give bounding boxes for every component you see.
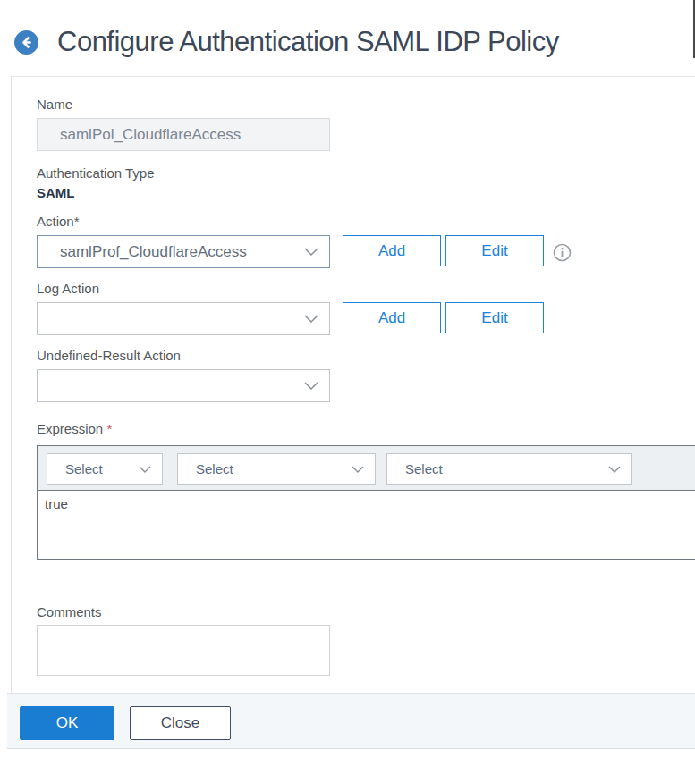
expression-select-3[interactable]: Select [386,453,632,485]
expression-label: Expression * [37,421,112,436]
chevron-down-icon [304,248,318,256]
page-title: Configure Authentication SAML IDP Policy [57,26,559,58]
comments-input[interactable] [37,625,330,676]
required-asterisk: * [106,421,112,436]
close-button[interactable]: Close [130,706,231,740]
authentication-type-value: SAML [37,185,75,200]
expression-select-2-value: Select [178,461,352,476]
log-action-edit-button[interactable]: Edit [445,302,544,333]
expression-select-1-value: Select [47,461,139,476]
chevron-down-icon [304,382,318,390]
back-button[interactable] [14,30,38,55]
log-action-select[interactable] [37,302,330,335]
undefined-result-action-label: Undefined-Result Action [37,348,181,363]
action-select-value: samlProf_CloudflareAccess [38,243,304,261]
undefined-result-action-select[interactable] [37,369,330,402]
chevron-down-icon [304,315,318,323]
name-input[interactable] [37,118,330,151]
action-edit-button[interactable]: Edit [445,235,544,266]
dialog-header: Configure Authentication SAML IDP Policy [0,0,695,76]
chevron-down-icon [352,466,364,473]
ok-button[interactable]: OK [20,706,114,740]
expression-select-2[interactable]: Select [177,453,376,485]
action-select[interactable]: samlProf_CloudflareAccess [37,235,330,268]
expression-label-text: Expression [37,421,103,436]
name-label: Name [37,97,72,112]
expression-input[interactable]: true [38,491,695,559]
log-action-label: Log Action [37,281,99,296]
expression-toolbar: Select Select Select [38,446,695,491]
comments-label: Comments [37,604,102,620]
expression-select-1[interactable]: Select [47,453,163,485]
info-icon[interactable] [553,243,572,262]
log-action-add-button[interactable]: Add [343,302,441,333]
action-add-button[interactable]: Add [343,235,441,266]
action-label: Action* [37,214,80,229]
dialog-footer: OK Close [7,693,695,749]
authentication-type-label: Authentication Type [37,165,154,181]
expression-select-3-value: Select [387,461,608,476]
chevron-down-icon [608,466,621,473]
form-panel: Name Authentication Type SAML Action* sa… [11,76,695,749]
chevron-down-icon [139,466,151,473]
expression-editor: Select Select Select true [37,445,695,560]
